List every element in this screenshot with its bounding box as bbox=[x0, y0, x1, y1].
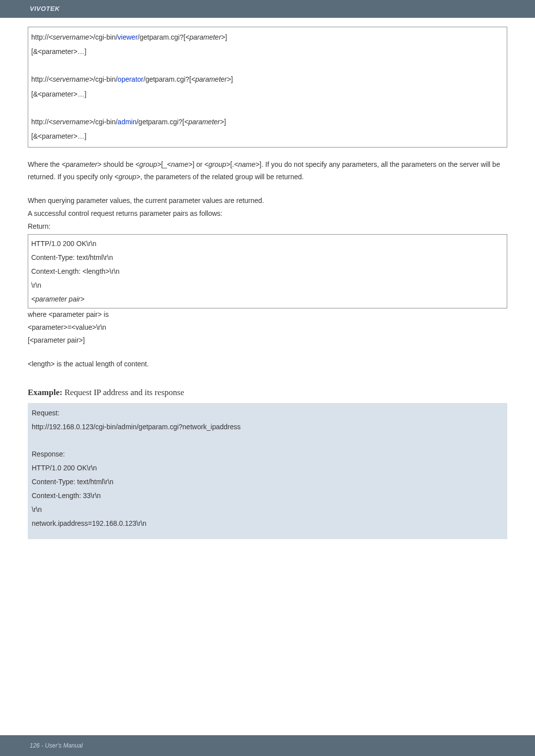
parameter: <parameter> bbox=[61, 160, 101, 168]
txt: Where the bbox=[28, 160, 61, 168]
blank-line bbox=[32, 434, 503, 447]
group: <group> bbox=[135, 160, 161, 168]
return-line-5: <parameter pair> bbox=[31, 292, 504, 306]
txt: ] bbox=[231, 75, 233, 83]
txt: [_ bbox=[161, 160, 167, 168]
example-rest: Request IP address and its response bbox=[62, 388, 184, 397]
example-response-5: network.ipaddress=192.168.0.123\r\n bbox=[32, 516, 503, 530]
return-box: HTTP/1.0 200 OK\r\n Content-Type: text/h… bbox=[28, 234, 507, 308]
where-line-2: <parameter>=<value>\r\n bbox=[28, 321, 507, 334]
return-line-2: Content-Type: text/html\r\n bbox=[31, 251, 504, 264]
parameter: <parameter> bbox=[185, 33, 225, 41]
description-para-2: When querying parameter values, the curr… bbox=[28, 195, 507, 207]
blank-line bbox=[31, 59, 504, 73]
syntax-box: http://<servername>/cgi-bin/viewer/getpa… bbox=[28, 27, 507, 148]
where-line-3: [<parameter pair>] bbox=[28, 334, 507, 347]
return-line-4: \r\n bbox=[31, 278, 504, 292]
txt: http:// bbox=[31, 75, 49, 83]
txt: /cgi-bin/ bbox=[93, 75, 117, 83]
txt: /getparam.cgi?[ bbox=[136, 118, 184, 126]
example-request-label: Request: bbox=[32, 406, 503, 420]
role-operator: operator bbox=[117, 75, 143, 83]
txt: ] bbox=[224, 118, 226, 126]
servername: <servername> bbox=[49, 118, 93, 126]
example-heading: Example: Request IP address and its resp… bbox=[28, 385, 507, 400]
name: <name> bbox=[167, 160, 192, 168]
syntax-line-5: http://<servername>/cgi-bin/admin/getpar… bbox=[31, 115, 504, 129]
description-para-3: A successful control request returns par… bbox=[28, 207, 507, 220]
footer-bar: 126 - User's Manual bbox=[0, 735, 535, 756]
txt: , the parameters of the related group wi… bbox=[140, 173, 304, 181]
group: <group> bbox=[205, 160, 230, 168]
txt: /cgi-bin/ bbox=[93, 118, 117, 126]
description-para-1: Where the <parameter> should be <group>[… bbox=[28, 158, 507, 184]
syntax-line-2: [&<parameter>…] bbox=[31, 45, 504, 59]
servername: <servername> bbox=[49, 33, 93, 41]
txt: /getparam.cgi?[ bbox=[144, 75, 192, 83]
name: <name> bbox=[234, 160, 259, 168]
header-bar: VIVOTEK bbox=[0, 0, 535, 18]
txt: ] or bbox=[192, 160, 204, 168]
example-block: Request: http://192.168.0.123/cgi-bin/ad… bbox=[28, 403, 507, 539]
blank-line bbox=[31, 101, 504, 115]
txt: http:// bbox=[31, 33, 49, 41]
txt: ] bbox=[225, 33, 227, 41]
servername: <servername> bbox=[49, 75, 93, 83]
return-label: Return: bbox=[28, 220, 507, 233]
syntax-line-4: [&<parameter>…] bbox=[31, 87, 504, 101]
where-line-1: where <parameter pair> is bbox=[28, 308, 507, 321]
syntax-line-1: http://<servername>/cgi-bin/viewer/getpa… bbox=[31, 30, 504, 45]
example-response-3: Context-Length: 33\r\n bbox=[32, 489, 503, 503]
group: <group> bbox=[114, 173, 140, 181]
return-line-3: Context-Length: <length>\r\n bbox=[31, 264, 504, 278]
example-response-label: Response: bbox=[32, 447, 503, 461]
parameter: <parameter> bbox=[191, 75, 231, 83]
page-content: http://<servername>/cgi-bin/viewer/getpa… bbox=[0, 18, 535, 549]
length-note: <length> is the actual length of content… bbox=[28, 358, 507, 371]
example-response-1: HTTP/1.0 200 OK\r\n bbox=[32, 461, 503, 475]
example-request-url: http://192.168.0.123/cgi-bin/admin/getpa… bbox=[32, 420, 503, 434]
example-label: Example: bbox=[28, 388, 62, 397]
syntax-line-6: [&<parameter>…] bbox=[31, 129, 504, 144]
brand-text: VIVOTEK bbox=[30, 5, 60, 12]
syntax-line-3: http://<servername>/cgi-bin/operator/get… bbox=[31, 72, 504, 87]
txt: http:// bbox=[31, 118, 49, 126]
role-viewer: viewer bbox=[117, 33, 137, 41]
example-response-4: \r\n bbox=[32, 503, 503, 516]
return-line-1: HTTP/1.0 200 OK\r\n bbox=[31, 237, 504, 251]
txt: /cgi-bin/ bbox=[93, 33, 117, 41]
example-response-2: Content-Type: text/html\r\n bbox=[32, 475, 503, 489]
txt: /getparam.cgi?[ bbox=[138, 33, 186, 41]
parameter: <parameter> bbox=[184, 118, 224, 126]
footer-text: 126 - User's Manual bbox=[30, 742, 83, 749]
txt: should be bbox=[102, 160, 136, 168]
role-admin: admin bbox=[117, 118, 136, 126]
